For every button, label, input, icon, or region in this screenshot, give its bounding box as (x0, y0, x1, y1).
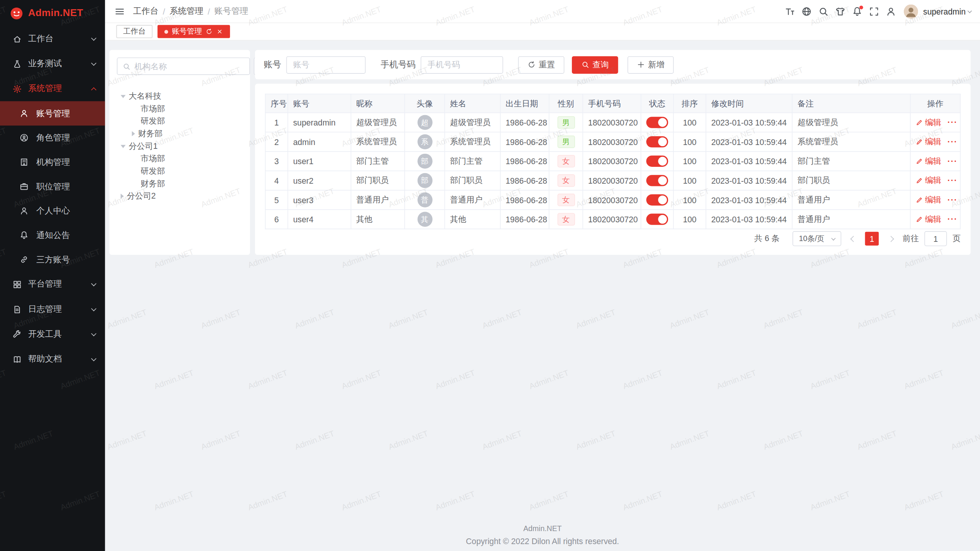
sidebar-subitem-organization[interactable]: 机构管理 (0, 150, 105, 174)
row-more-button[interactable]: ··· (947, 176, 957, 185)
tree-node[interactable]: 分公司1 (117, 140, 242, 153)
prev-page-button[interactable] (847, 232, 859, 246)
edit-button[interactable]: 编辑 (916, 194, 941, 205)
edit-button[interactable]: 编辑 (916, 156, 941, 167)
breadcrumb-item-system[interactable]: 系统管理 (170, 6, 203, 17)
column-header: 出生日期 (500, 94, 549, 113)
cell-status (641, 190, 673, 210)
edit-button[interactable]: 编辑 (916, 175, 941, 186)
caret-right-icon[interactable] (121, 194, 124, 199)
tab-account-management[interactable]: 账号管理 (157, 25, 230, 38)
username[interactable]: superadmin (923, 7, 966, 16)
home-icon (13, 34, 22, 43)
tree-node[interactable]: 市场部 (117, 152, 242, 165)
goto-page-input[interactable] (924, 231, 947, 246)
gear-icon (13, 84, 22, 93)
notification-bell-icon[interactable] (849, 0, 866, 23)
status-switch[interactable] (646, 136, 668, 147)
sidebar-item-workbench[interactable]: 工作台 (0, 26, 105, 51)
cell-sort: 100 (673, 113, 706, 132)
search-icon[interactable] (815, 0, 832, 23)
goto-label: 前往 (903, 233, 919, 244)
status-switch[interactable] (646, 214, 668, 225)
tree-node[interactable]: 财务部 (117, 178, 242, 190)
table-header-row: 序号账号昵称头像姓名出生日期性别手机号码状态排序修改时间备注操作 (265, 94, 960, 113)
page-size-select[interactable]: 10条/页 (793, 231, 841, 246)
phone-filter-input[interactable] (421, 56, 503, 73)
row-more-button[interactable]: ··· (947, 215, 957, 224)
org-search-input[interactable] (134, 62, 244, 71)
add-button[interactable]: 新增 (627, 56, 674, 73)
reset-label: 重置 (539, 59, 555, 70)
cell-avatar: 系 (405, 132, 444, 152)
status-switch[interactable] (646, 117, 668, 128)
status-switch[interactable] (646, 156, 668, 167)
cell-phone: 18020030720 (583, 132, 641, 152)
gender-tag: 女 (557, 155, 575, 168)
query-button[interactable]: 查询 (572, 56, 618, 73)
hamburger-icon[interactable] (111, 0, 128, 23)
cell-remark: 系统管理员 (792, 132, 910, 152)
avatar[interactable] (904, 4, 918, 19)
sidebar-item-logs[interactable]: 日志管理 (0, 297, 105, 322)
breadcrumb-item-workbench[interactable]: 工作台 (133, 6, 158, 17)
cell-birth-date: 1986-06-28 (500, 132, 549, 152)
font-size-icon[interactable] (781, 0, 798, 23)
caret-down-icon[interactable] (121, 145, 126, 148)
caret-down-icon[interactable] (121, 95, 126, 98)
tree-node-label: 财务部 (138, 128, 163, 139)
caret-right-icon[interactable] (132, 131, 135, 136)
fullscreen-icon[interactable] (866, 0, 882, 23)
tree-node[interactable]: 大名科技 (117, 90, 242, 103)
query-label: 查询 (593, 59, 609, 70)
next-page-button[interactable] (884, 232, 897, 246)
edit-button[interactable]: 编辑 (916, 136, 941, 147)
row-more-button[interactable]: ··· (947, 156, 957, 166)
tree-node[interactable]: 市场部 (117, 103, 242, 115)
footer: Admin.NET Copyright © 2022 Dilon All rig… (105, 524, 980, 546)
cell-avatar: 部 (405, 171, 444, 191)
building-icon (20, 157, 29, 166)
reset-button[interactable]: 重置 (518, 56, 564, 73)
sidebar-subitem-notice[interactable]: 通知公告 (0, 223, 105, 248)
account-filter-input[interactable] (286, 56, 366, 73)
tree-node[interactable]: 分公司2 (117, 190, 242, 202)
sidebar-item-system[interactable]: 系统管理 (0, 76, 105, 101)
org-tree: 大名科技市场部研发部财务部分公司1市场部研发部财务部分公司2 (117, 90, 242, 202)
sidebar-subitem-account[interactable]: 账号管理 (0, 101, 105, 126)
status-switch[interactable] (646, 194, 668, 205)
column-header: 手机号码 (583, 94, 641, 113)
tree-node[interactable]: 研发部 (117, 115, 242, 127)
edit-button[interactable]: 编辑 (916, 117, 941, 128)
chevron-down-icon (831, 236, 836, 240)
tree-node[interactable]: 财务部 (117, 127, 242, 140)
main-panel: 账号 手机号码 重置 查询 新增 (255, 50, 970, 255)
cell-actions: 编辑··· (910, 190, 960, 210)
cell-actions: 编辑··· (910, 171, 960, 191)
sidebar-subitem-third-account[interactable]: 三方账号 (0, 248, 105, 272)
row-more-button[interactable]: ··· (947, 195, 957, 204)
sidebar-subitem-role[interactable]: 角色管理 (0, 126, 105, 150)
sidebar-item-devtools[interactable]: 开发工具 (0, 322, 105, 347)
cell-gender: 男 (549, 132, 583, 152)
sidebar-item-business-test[interactable]: 业务测试 (0, 51, 105, 76)
theme-skin-icon[interactable] (832, 0, 849, 23)
sidebar-subitem-profile[interactable]: 个人中心 (0, 199, 105, 223)
page-number-1[interactable]: 1 (865, 232, 879, 246)
user-settings-icon[interactable] (882, 0, 899, 23)
tab-refresh-icon[interactable] (206, 28, 212, 35)
cell-actions: 编辑··· (910, 152, 960, 171)
tab-workbench[interactable]: 工作台 (116, 25, 153, 38)
cell-account: user4 (288, 210, 351, 229)
tab-close-icon[interactable] (216, 28, 223, 35)
sidebar-item-platform[interactable]: 平台管理 (0, 272, 105, 297)
logo[interactable]: Admin.NET (0, 0, 105, 26)
edit-button[interactable]: 编辑 (916, 214, 941, 225)
tree-node[interactable]: 研发部 (117, 165, 242, 178)
row-more-button[interactable]: ··· (947, 118, 957, 127)
status-switch[interactable] (646, 175, 668, 186)
row-more-button[interactable]: ··· (947, 137, 957, 146)
locale-globe-icon[interactable] (798, 0, 815, 23)
sidebar-subitem-position[interactable]: 职位管理 (0, 174, 105, 199)
sidebar-item-help[interactable]: 帮助文档 (0, 347, 105, 372)
